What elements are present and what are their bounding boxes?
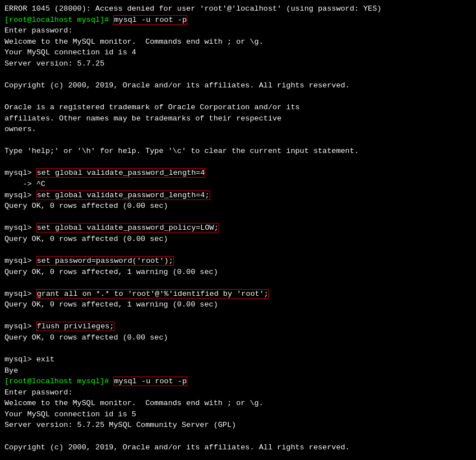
terminal-window: ERROR 1045 (28000): Access denied for us… bbox=[0, 0, 476, 460]
mysql-prompt-1: mysql> bbox=[4, 169, 36, 177]
error-line: ERROR 1045 (28000): Access denied for us… bbox=[4, 3, 472, 15]
query-ok-4: Query OK, 0 rows affected, 1 warning (0.… bbox=[4, 299, 472, 310]
blank-9 bbox=[4, 343, 472, 354]
mysql-cmd-4: mysql> set password=password('root'); bbox=[4, 255, 472, 267]
blank-4 bbox=[4, 157, 472, 168]
blank-8 bbox=[4, 310, 472, 322]
query-ok-1: Query OK, 0 rows affected (0.00 sec) bbox=[4, 201, 472, 212]
mysql-prompt-6: mysql> bbox=[4, 322, 36, 331]
oracle-trademark-1: Oracle is a registered trademark of Orac… bbox=[4, 102, 472, 113]
mysql-cmd-3: mysql> set global validate_password_poli… bbox=[4, 222, 472, 234]
enter-password-1: Enter password: bbox=[4, 25, 472, 36]
blank-6 bbox=[4, 244, 472, 255]
cmd-flush-privileges: flush privileges; bbox=[36, 322, 115, 331]
welcome-line-1: Welcome to the MySQL monitor. Commands e… bbox=[4, 36, 472, 48]
mysql-exit: mysql> exit bbox=[4, 354, 472, 365]
command-highlight-1: mysql -u root -p bbox=[113, 15, 187, 25]
query-ok-2: Query OK, 0 rows affected (0.00 sec) bbox=[4, 234, 472, 245]
mysql-cmd-6: mysql> flush privileges; bbox=[4, 321, 472, 332]
mysql-prompt-5: mysql> bbox=[4, 290, 36, 298]
blank-5 bbox=[4, 212, 472, 223]
ctrl-c-line: -> ^C bbox=[4, 179, 472, 190]
query-ok-3: Query OK, 0 rows affected, 1 warning (0.… bbox=[4, 267, 472, 278]
copyright-line-1: Copyright (c) 2000, 2019, Oracle and/or … bbox=[4, 80, 472, 91]
mysql-cmd-1: mysql> set global validate_password_leng… bbox=[4, 168, 472, 179]
cmd-set-password: set password=password('root'); bbox=[36, 256, 174, 266]
mysql-cmd-2: mysql> set global validate_password_leng… bbox=[4, 190, 472, 201]
connection-id-1: Your MySQL connection id is 4 bbox=[4, 47, 472, 58]
blank-10 bbox=[4, 431, 472, 442]
help-line: Type 'help;' or '\h' for help. Type '\c'… bbox=[4, 146, 472, 157]
copyright-line-2: Copyright (c) 2000, 2019, Oracle and/or … bbox=[4, 442, 472, 453]
blank-7 bbox=[4, 277, 472, 289]
bye-line: Bye bbox=[4, 365, 472, 377]
mysql-prompt-2: mysql> bbox=[4, 191, 36, 199]
welcome-line-2: Welcome to the MySQL monitor. Commands e… bbox=[4, 398, 472, 409]
connection-id-2: Your MySQL connection id is 5 bbox=[4, 409, 472, 420]
query-ok-5: Query OK, 0 rows affected (0.00 sec) bbox=[4, 332, 472, 343]
cmd-set-password-length-1: set global validate_password_length=4 bbox=[36, 168, 206, 178]
cmd-set-password-length-2: set global validate_password_length=4; bbox=[36, 190, 210, 200]
mysql-cmd-5: mysql> grant all on *.* to 'root'@'%'ide… bbox=[4, 289, 472, 300]
blank-11 bbox=[4, 453, 472, 460]
shell-prompt-1: [root@localhost mysql]# bbox=[4, 16, 113, 24]
mysql-prompt-4: mysql> bbox=[4, 257, 36, 265]
shell-prompt-2: [root@localhost mysql]# bbox=[4, 377, 113, 385]
server-version-1: Server version: 5.7.25 bbox=[4, 58, 472, 69]
cmd-grant-all: grant all on *.* to 'root'@'%'identified… bbox=[36, 289, 269, 299]
cmd-set-password-policy: set global validate_password_policy=LOW; bbox=[36, 223, 219, 233]
affiliates-line: affiliates. Other names may be trademark… bbox=[4, 113, 472, 124]
blank-2 bbox=[4, 91, 472, 103]
command-highlight-2: mysql -u root -p bbox=[113, 377, 187, 386]
blank-1 bbox=[4, 69, 472, 80]
enter-password-2: Enter password: bbox=[4, 387, 472, 398]
server-version-2: Server version: 5.7.25 MySQL Community S… bbox=[4, 420, 472, 431]
mysql-prompt-3: mysql> bbox=[4, 224, 36, 232]
command-line-2: [root@localhost mysql]# mysql -u root -p bbox=[4, 376, 472, 387]
command-line-1: [root@localhost mysql]# mysql -u root -p bbox=[4, 15, 472, 26]
blank-3 bbox=[4, 135, 472, 146]
owners-line: owners. bbox=[4, 124, 472, 135]
